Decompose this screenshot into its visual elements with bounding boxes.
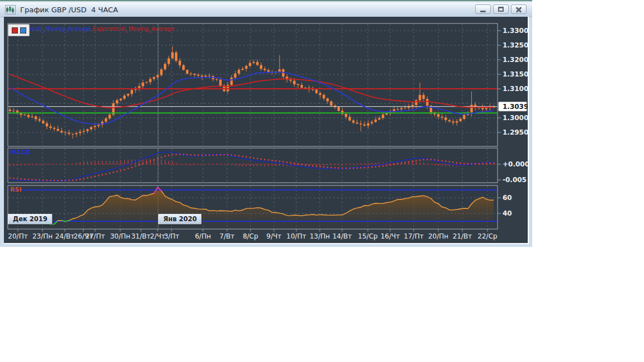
svg-text:20/Пн: 20/Пн — [428, 232, 448, 240]
legend-swatch-box[interactable] — [8, 24, 30, 36]
price-panel[interactable] — [8, 23, 498, 146]
svg-text:1.3300: 1.3300 — [503, 27, 528, 35]
svg-text:2/Чт: 2/Чт — [150, 232, 165, 240]
window-controls — [475, 4, 527, 14]
desktop: График GBP /USD 4 ЧАСА 1.33001.32501.320… — [0, 0, 644, 362]
svg-text:27/Пт: 27/Пт — [85, 232, 105, 240]
svg-text:40: 40 — [503, 209, 512, 217]
red-swatch-icon — [12, 27, 18, 34]
svg-text:23/Пн: 23/Пн — [32, 232, 53, 240]
svg-text:+0.000: +0.000 — [503, 160, 528, 168]
svg-text:6/Пн: 6/Пн — [195, 232, 211, 240]
svg-text:16/Чт: 16/Чт — [381, 232, 400, 240]
price-axis[interactable]: 1.33001.32501.32001.31501.31001.30001.29… — [498, 27, 528, 217]
svg-text:8/Ср: 8/Ср — [243, 232, 258, 240]
current-price-value: 1.3039 — [503, 103, 528, 111]
svg-text:13/Пн: 13/Пн — [310, 232, 330, 240]
blue-swatch-icon — [20, 27, 26, 34]
svg-text:1.3100: 1.3100 — [503, 85, 528, 93]
window-title: График GBP /USD 4 ЧАСА — [20, 6, 118, 14]
chart-window: График GBP /USD 4 ЧАСА 1.33001.32501.320… — [0, 0, 532, 247]
svg-text:22/Ср: 22/Ср — [477, 232, 497, 240]
svg-text:9/Чт: 9/Чт — [267, 232, 282, 240]
svg-text:1.3250: 1.3250 — [503, 41, 528, 49]
svg-text:7/Вт: 7/Вт — [220, 232, 235, 240]
restore-icon — [498, 7, 504, 12]
svg-text:3/Пт: 3/Пт — [164, 232, 179, 240]
maximize-button[interactable] — [493, 4, 509, 14]
svg-text:21/Вт: 21/Вт — [453, 232, 472, 240]
svg-text:30/Пн: 30/Пн — [110, 232, 130, 240]
svg-text:1.3150: 1.3150 — [503, 70, 528, 78]
svg-text:1.3200: 1.3200 — [503, 56, 528, 64]
title-bar[interactable]: График GBP /USD 4 ЧАСА — [0, 2, 532, 17]
svg-text:-0.005: -0.005 — [503, 176, 527, 184]
indicator-legend-text: Exponential_Moving_Average.Exponential_M… — [9, 26, 174, 32]
chart-client-area: 1.33001.32501.32001.31501.31001.30001.29… — [4, 17, 529, 244]
svg-text:14/Вт: 14/Вт — [333, 232, 352, 240]
macd-panel-label: MACD — [10, 149, 31, 156]
rsi-panel-label: RSI — [10, 186, 22, 193]
close-icon — [515, 6, 522, 12]
svg-text:15/Ср: 15/Ср — [358, 232, 377, 240]
svg-text:1.3000: 1.3000 — [503, 114, 528, 122]
svg-text:1.2950: 1.2950 — [503, 128, 528, 136]
chart-canvas[interactable]: 1.33001.32501.32001.31501.31001.30001.29… — [4, 17, 528, 243]
svg-text:17/Пт: 17/Пт — [404, 232, 423, 240]
month-marker-dec-2019: Дек 2019 — [8, 214, 53, 225]
ema-slow-label: Exponential_Moving_Average — [93, 26, 174, 32]
close-button[interactable] — [511, 4, 527, 14]
rsi-panel[interactable] — [8, 185, 498, 229]
svg-text:20/Пт: 20/Пт — [8, 232, 27, 240]
month-marker-jan-2020: Янв 2020 — [158, 214, 202, 225]
svg-text:24/Вт: 24/Вт — [55, 232, 75, 240]
svg-text:60: 60 — [503, 194, 512, 202]
minimize-icon — [480, 11, 486, 12]
time-axis: 20/Пт23/Пн24/Вт26/Чт27/Пт30/Пн31/Вт2/Чт3… — [8, 229, 497, 240]
candlestick-chart-icon — [5, 5, 16, 15]
svg-text:10/Пт: 10/Пт — [286, 232, 306, 240]
macd-panel[interactable] — [8, 148, 498, 183]
svg-text:31/Вт: 31/Вт — [131, 232, 151, 240]
minimize-button[interactable] — [475, 4, 491, 14]
